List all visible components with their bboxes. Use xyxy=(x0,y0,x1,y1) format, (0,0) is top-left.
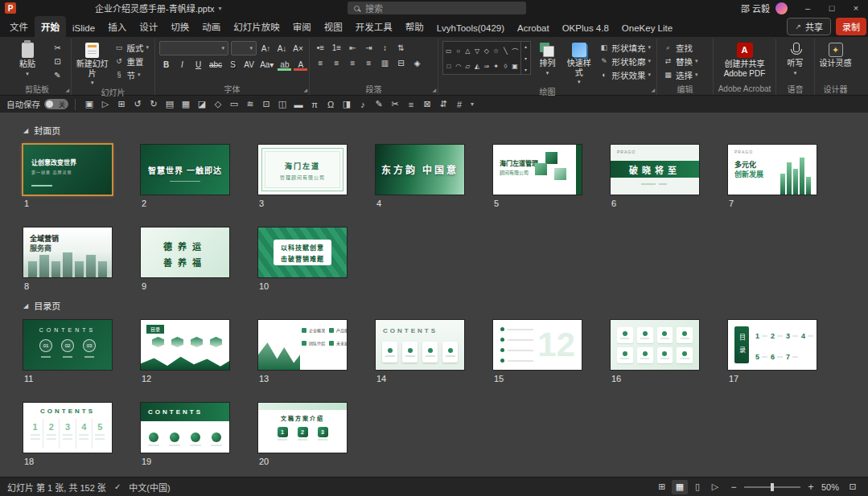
tab-设计[interactable]: 设计 xyxy=(133,16,164,37)
slideshow-from-start-icon[interactable]: ▷ xyxy=(98,97,113,112)
draw-icon[interactable]: ≋ xyxy=(243,97,257,112)
dictate-button[interactable]: 听写 ▾ xyxy=(780,41,810,76)
clipboard-dialog-launcher[interactable]: ◢ xyxy=(65,87,69,92)
font-name-select[interactable]: ▾ xyxy=(159,41,228,55)
paragraph-dialog-launcher[interactable]: ◢ xyxy=(432,87,436,92)
columns-icon[interactable]: ▥ xyxy=(378,56,392,69)
decrease-font-size-icon[interactable]: A↓ xyxy=(275,42,289,55)
slide-thumbnail-5[interactable]: 海门左道管理顾问有限公司 xyxy=(493,145,582,195)
font-color-icon[interactable]: A xyxy=(294,58,307,71)
bold-icon[interactable]: B xyxy=(159,58,173,71)
underline-icon[interactable]: U xyxy=(191,58,205,71)
shape-effects-button[interactable]: ◐形状效果▾ xyxy=(597,68,652,81)
align-left-icon[interactable]: ≡ xyxy=(314,56,327,69)
slide-thumbnail-12[interactable]: 目录 xyxy=(141,320,229,370)
justify-icon[interactable]: ≡ xyxy=(362,56,376,69)
tab-动画[interactable]: 动画 xyxy=(195,16,227,37)
group-icon[interactable]: ⊠ xyxy=(420,97,434,112)
shape-gallery-item-5-icon[interactable]: ◇ xyxy=(484,47,489,55)
reset-button[interactable]: ↺重置 xyxy=(112,55,150,68)
share-button[interactable]: ↗ 共享 xyxy=(787,18,831,35)
maximize-button[interactable]: □ xyxy=(820,0,844,16)
picture-icon[interactable]: ◪ xyxy=(195,97,209,112)
shape-outline-button[interactable]: ✎形状轮廓▾ xyxy=(597,55,652,68)
character-spacing-icon[interactable]: AV xyxy=(242,58,256,71)
section-button[interactable]: §节▾ xyxy=(112,68,150,81)
section-header-封面页[interactable]: ◢封面页 xyxy=(23,124,868,137)
quick-styles-button[interactable]: 快速样式 ▾ xyxy=(564,41,594,85)
spell-check-icon[interactable]: ✓ xyxy=(114,482,121,491)
slide-thumbnail-4[interactable]: 东方韵 中国意 xyxy=(376,145,464,195)
new-slide-button[interactable]: 新建幻灯片 ▾ xyxy=(76,41,109,86)
shape-gallery-item-16-icon[interactable]: ▣ xyxy=(512,63,518,70)
slide-thumbnail-17[interactable]: 目 录1234567 xyxy=(728,320,817,370)
text-shadow-icon[interactable]: S xyxy=(226,58,240,71)
zoom-out-button[interactable]: − xyxy=(729,482,738,493)
drawing-dialog-launcher[interactable]: ◢ xyxy=(651,87,655,92)
decrease-indent-icon[interactable]: ⇤ xyxy=(346,41,360,54)
zoom-in-button[interactable]: + xyxy=(806,482,816,493)
line-spacing-icon[interactable]: ↕ xyxy=(378,41,392,54)
align-center-icon[interactable]: ≡ xyxy=(330,56,343,69)
align-right-icon[interactable]: ≡ xyxy=(346,56,360,69)
slide-thumbnail-7[interactable]: PRAGO多元化创新发展 xyxy=(728,145,817,195)
slide-thumbnail-13[interactable]: 企业概况产品服务团队介绍未来展望 xyxy=(258,320,347,370)
section-header-目录页[interactable]: ◢目录页 xyxy=(23,299,868,312)
italic-icon[interactable]: I xyxy=(175,58,189,71)
paste-button[interactable]: 粘贴 ▾ xyxy=(7,41,47,77)
slide-thumbnail-15[interactable]: 12 xyxy=(493,320,582,370)
change-case-icon[interactable]: Aa▾ xyxy=(258,58,275,71)
tab-插入[interactable]: 插入 xyxy=(101,16,133,37)
arrange-button[interactable]: 排列 ▾ xyxy=(534,41,561,76)
copy-icon[interactable]: ⊡ xyxy=(51,55,64,68)
shape-gallery-item-12-icon[interactable]: ◭ xyxy=(475,63,479,70)
tab-iSlide[interactable]: iSlide xyxy=(66,19,101,37)
smartart-icon[interactable]: ◈ xyxy=(410,56,424,69)
layout-button[interactable]: ▭版式▾ xyxy=(112,41,150,54)
strikethrough-icon[interactable]: abc xyxy=(208,58,224,71)
tab-文件[interactable]: 文件 xyxy=(3,16,35,37)
shape-gallery-item-1-icon[interactable]: ▭ xyxy=(446,47,452,55)
audio-icon[interactable]: ♪ xyxy=(356,97,370,112)
slide-thumbnail-20[interactable]: 文稿方案介绍123 xyxy=(258,403,347,453)
undo-icon[interactable]: ↺ xyxy=(130,97,145,112)
zoom-slider-thumb[interactable] xyxy=(771,483,774,491)
shapes-scroll-up-icon[interactable]: ▴ xyxy=(525,43,527,49)
shape-gallery-item-7-icon[interactable]: ╲ xyxy=(504,47,508,55)
tab-开始[interactable]: 开始 xyxy=(35,16,66,37)
zoom-level[interactable]: 50% xyxy=(821,482,839,492)
table-icon[interactable]: ▦ xyxy=(179,97,193,112)
slide-thumbnail-6[interactable]: PRAGO破晓将至 xyxy=(611,145,699,195)
comment-icon[interactable]: ◫ xyxy=(275,97,290,112)
slideshow-button[interactable]: ▷ xyxy=(707,480,723,494)
numbering-icon[interactable]: 1≡ xyxy=(330,41,343,54)
tab-审阅[interactable]: 审阅 xyxy=(286,16,318,37)
shape-gallery-item-6-icon[interactable]: ☆ xyxy=(493,47,499,55)
clear-formatting-icon[interactable]: A× xyxy=(291,42,305,55)
select-button[interactable]: ▦选择▾ xyxy=(661,68,700,81)
user-name[interactable]: 邵 云毅 xyxy=(741,2,770,14)
text-highlight-icon[interactable]: ab xyxy=(278,58,291,71)
cut-icon[interactable]: ✂ xyxy=(51,41,64,54)
qat-customize-caret-icon[interactable]: ▾ xyxy=(471,100,474,108)
slide-thumbnail-2[interactable]: 智慧世界 一触即达 xyxy=(141,145,229,195)
font-dialog-launcher[interactable]: ◢ xyxy=(303,87,307,92)
cut-tool-icon[interactable]: ✂ xyxy=(388,97,402,112)
language-indicator[interactable]: 中文(中国) xyxy=(129,481,170,494)
shapes-scroll-down-icon[interactable]: ▾ xyxy=(525,55,527,61)
edit-icon[interactable]: ✎ xyxy=(372,97,386,112)
shapes-more-icon[interactable]: ▾ xyxy=(525,67,527,72)
print-icon[interactable]: ▤ xyxy=(162,97,177,112)
text-box-icon[interactable]: ▭ xyxy=(227,97,241,112)
search-box[interactable]: 搜索 xyxy=(348,2,526,14)
tab-Acrobat[interactable]: Acrobat xyxy=(511,19,556,37)
replace-button[interactable]: ⇄替换▾ xyxy=(661,55,700,68)
slide-thumbnail-16[interactable] xyxy=(611,320,699,370)
shape-gallery-item-10-icon[interactable]: ◠ xyxy=(455,63,461,70)
new-slide-icon[interactable]: ⊞ xyxy=(114,97,129,112)
increase-font-size-icon[interactable]: A↑ xyxy=(259,42,273,55)
tab-帮助[interactable]: 帮助 xyxy=(399,16,430,37)
avatar[interactable] xyxy=(775,2,788,14)
equation-icon[interactable]: π xyxy=(307,97,322,112)
shape-fill-button[interactable]: ◧形状填充▾ xyxy=(597,41,652,54)
